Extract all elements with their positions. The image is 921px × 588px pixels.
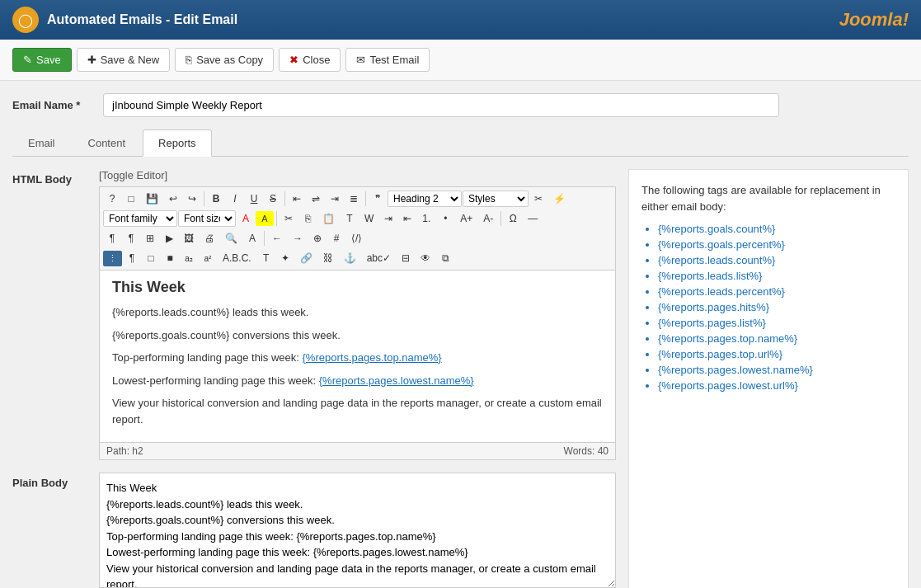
- unlink-btn[interactable]: ⛓: [318, 250, 338, 266]
- save-new-button[interactable]: ✚ Save & New: [77, 48, 171, 72]
- align-center-btn[interactable]: ⇌: [307, 191, 325, 207]
- toggle-editor-link[interactable]: [Toggle Editor]: [99, 169, 616, 181]
- save-copy-button[interactable]: ⎘ Save as Copy: [175, 48, 274, 72]
- tab-email[interactable]: Email: [12, 129, 71, 156]
- line3-link[interactable]: {%reports.pages.top.name%}: [303, 351, 442, 364]
- subscript-btn[interactable]: a₂: [180, 252, 198, 266]
- plain-body-textarea[interactable]: This Week {%reports.leads.count%} leads …: [99, 473, 616, 588]
- strikethrough-btn[interactable]: S: [264, 191, 282, 207]
- input-btn[interactable]: ⊟: [397, 250, 415, 266]
- blockquote-btn[interactable]: ❞: [369, 191, 387, 207]
- link-btn[interactable]: 🔗: [295, 250, 317, 266]
- tag-item: {%reports.leads.count%}: [658, 254, 895, 266]
- indent-btn[interactable]: ⇥: [379, 210, 397, 227]
- source-btn[interactable]: ⋮: [103, 251, 122, 266]
- html-body-label: HTML Body: [12, 169, 87, 186]
- nbsp-btn[interactable]: ¶: [123, 250, 141, 266]
- copy-btn[interactable]: ⎘: [298, 210, 317, 227]
- align-right-btn[interactable]: ⇥: [326, 191, 344, 207]
- format-para2-btn[interactable]: ¶: [122, 230, 140, 247]
- print-btn[interactable]: 🖨: [200, 230, 219, 247]
- bold-btn[interactable]: B: [207, 191, 225, 207]
- sep6: [264, 231, 265, 246]
- extra-btn[interactable]: ⧉: [436, 250, 454, 266]
- save-button[interactable]: ✎ Save: [12, 48, 72, 72]
- charmap-btn[interactable]: A: [243, 230, 261, 247]
- format-btn[interactable]: ⚡: [548, 191, 571, 207]
- plain-body-content: This Week {%reports.leads.count%} leads …: [99, 473, 616, 588]
- editor-toolbar: ? □ 💾 ↩ ↪ B I U S ⇤ ⇌: [99, 186, 616, 270]
- font-color-btn[interactable]: A: [237, 210, 255, 227]
- html-body-content: [Toggle Editor] ? □ 💾 ↩ ↪ B I U: [99, 169, 616, 460]
- save-doc-btn[interactable]: 💾: [141, 191, 163, 207]
- page-title: Automated Emails - Edit Email: [47, 12, 237, 27]
- sidebar-description: The following tags are available for rep…: [641, 182, 895, 214]
- css-btn[interactable]: ⟨/⟩: [346, 230, 367, 247]
- redo-btn[interactable]: ↪: [183, 191, 201, 207]
- outdent-btn[interactable]: ⇤: [398, 210, 416, 227]
- editor-body[interactable]: This Week {%reports.leads.count%} leads …: [99, 270, 616, 443]
- find-btn[interactable]: 🔍: [220, 230, 242, 247]
- font-smaller-btn[interactable]: A-: [478, 210, 498, 227]
- layer-btn[interactable]: ⊕: [308, 230, 327, 247]
- close-button[interactable]: ✖ Close: [279, 48, 341, 72]
- email-name-input[interactable]: [103, 93, 779, 117]
- close-icon: ✖: [289, 54, 298, 66]
- paste-btn[interactable]: 📋: [317, 210, 340, 227]
- italic-btn[interactable]: I: [226, 191, 244, 207]
- help-btn[interactable]: ?: [103, 191, 121, 207]
- paste-word-btn[interactable]: W: [359, 210, 378, 227]
- editor-line4: Lowest-performing landing page this week…: [112, 373, 603, 389]
- anchor-btn[interactable]: #: [327, 230, 345, 247]
- media-btn[interactable]: ▶: [160, 230, 178, 247]
- styles-select[interactable]: Styles: [463, 191, 529, 207]
- font-family-select[interactable]: Font family: [103, 210, 177, 227]
- special-char-btn[interactable]: Ω: [504, 210, 522, 227]
- line4-link[interactable]: {%reports.pages.lowest.name%}: [319, 374, 474, 387]
- toolbar-row-2: Font family Font size A A ✂ ⎘ 📋 T: [101, 209, 613, 228]
- underline-btn[interactable]: U: [245, 191, 263, 207]
- save-new-icon: ✚: [87, 54, 96, 66]
- insert-btn[interactable]: ■: [161, 250, 179, 266]
- html-body-row: HTML Body [Toggle Editor] ? □ 💾 ↩ ↪ B: [12, 169, 616, 460]
- table-btn[interactable]: ⊞: [141, 230, 159, 247]
- removeformat-btn[interactable]: T: [257, 250, 275, 266]
- anchor2-btn[interactable]: ⚓: [339, 250, 361, 266]
- heading-select[interactable]: Heading 2: [388, 191, 462, 207]
- preview-btn[interactable]: 👁: [416, 250, 435, 266]
- editor-line3: Top-performing landing page this week: {…: [112, 350, 603, 366]
- clear-format-btn[interactable]: ✂: [529, 191, 547, 207]
- rtl-btn[interactable]: →: [288, 230, 308, 247]
- ltr-btn[interactable]: ←: [267, 230, 287, 247]
- toolbar-row-3: ¶ ¶ ⊞ ▶ 🖼 🖨 🔍 A ← → ⊕ #: [101, 228, 613, 248]
- font-size-select[interactable]: Font size: [178, 210, 236, 227]
- main-layout: HTML Body [Toggle Editor] ? □ 💾 ↩ ↪ B: [12, 169, 909, 588]
- spell-btn[interactable]: abc✓: [362, 250, 396, 266]
- cut-btn[interactable]: ✂: [280, 210, 298, 227]
- paste-text-btn[interactable]: T: [341, 210, 359, 227]
- abbr-btn[interactable]: A.B.C.: [218, 250, 256, 266]
- align-justify-btn[interactable]: ≣: [345, 191, 363, 207]
- undo-btn[interactable]: ↩: [164, 191, 182, 207]
- sidebar: The following tags are available for rep…: [628, 169, 909, 588]
- sep5: [500, 211, 501, 226]
- superscript-btn[interactable]: a²: [199, 252, 217, 266]
- save-copy-icon: ⎘: [186, 54, 192, 66]
- image-btn[interactable]: 🖼: [179, 230, 199, 247]
- ul-btn[interactable]: •: [436, 210, 454, 227]
- editor-status-bar: Path: h2 Words: 40: [99, 443, 616, 460]
- visibility-btn[interactable]: □: [142, 250, 160, 266]
- tab-reports[interactable]: Reports: [143, 129, 212, 157]
- bg-color-btn[interactable]: A: [256, 211, 274, 226]
- format-para-btn[interactable]: ¶: [103, 230, 121, 247]
- toolbar-row-4: ⋮ ¶ □ ■ a₂ a² A.B.C. T ✦ 🔗 ⛓ ⚓: [101, 248, 613, 268]
- hr-btn[interactable]: —: [523, 210, 543, 227]
- style-btn[interactable]: ✦: [276, 250, 294, 266]
- test-email-button[interactable]: ✉ Test Email: [345, 48, 430, 72]
- tab-content[interactable]: Content: [73, 129, 142, 156]
- joomla-logo-text: Joomla!: [839, 9, 909, 30]
- ol-btn[interactable]: 1.: [417, 210, 435, 227]
- font-larger-btn[interactable]: A+: [455, 210, 477, 227]
- new-doc-btn[interactable]: □: [122, 191, 140, 207]
- align-left-btn[interactable]: ⇤: [288, 191, 306, 207]
